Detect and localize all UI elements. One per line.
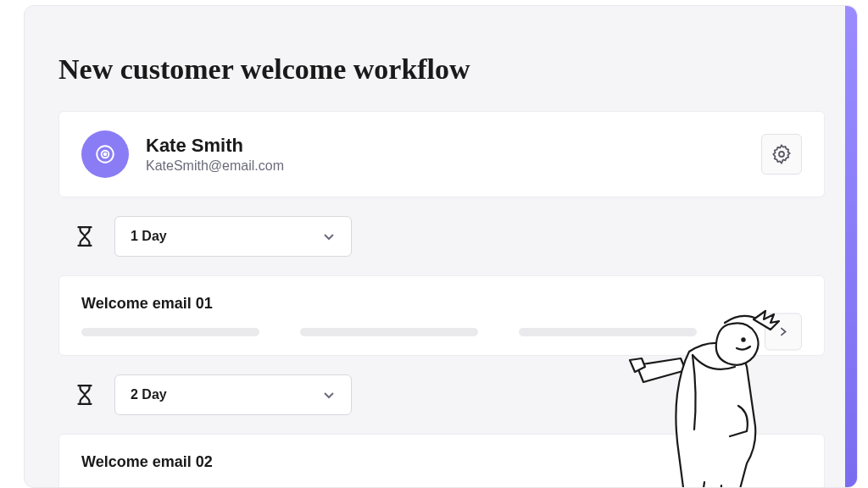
- delay-select-2[interactable]: 2 Day: [114, 374, 352, 415]
- email-step-1: Welcome email 01: [58, 275, 825, 356]
- customer-email: KateSmith@email.com: [146, 158, 744, 174]
- delay-select-value: 1 Day: [131, 229, 167, 244]
- chevron-down-icon: [322, 230, 336, 243]
- placeholder-bar: [81, 328, 259, 336]
- hourglass-icon: [75, 225, 94, 248]
- avatar-icon: [94, 143, 116, 165]
- delay-select-1[interactable]: 1 Day: [114, 216, 352, 257]
- placeholder-bar: [300, 328, 478, 336]
- customer-avatar: [81, 130, 129, 178]
- svg-point-3: [779, 152, 784, 157]
- svg-point-2: [104, 153, 107, 156]
- delay-row-1: 1 Day: [58, 216, 825, 257]
- settings-button[interactable]: [761, 134, 802, 175]
- customer-name: Kate Smith: [146, 135, 744, 157]
- chevron-down-icon: [322, 388, 336, 402]
- content-placeholder-row: [81, 328, 802, 336]
- app-frame: New customer welcome workflow Kate Smith…: [24, 5, 858, 488]
- chevron-right-icon: [777, 325, 789, 337]
- decorative-right-accent: [845, 6, 857, 487]
- hourglass-icon: [75, 383, 94, 407]
- email-step-title: Welcome email 01: [81, 295, 802, 313]
- page-title: New customer welcome workflow: [58, 53, 825, 86]
- customer-card: Kate Smith KateSmith@email.com: [58, 111, 825, 197]
- placeholder-bar: [519, 328, 697, 336]
- customer-info: Kate Smith KateSmith@email.com: [146, 135, 744, 174]
- delay-row-2: 2 Day: [58, 374, 825, 415]
- email-step-title: Welcome email 02: [81, 453, 802, 471]
- delay-select-value: 2 Day: [131, 387, 167, 402]
- expand-email-button[interactable]: [765, 313, 802, 350]
- gear-icon: [771, 144, 792, 164]
- email-step-2: Welcome email 02: [58, 434, 825, 488]
